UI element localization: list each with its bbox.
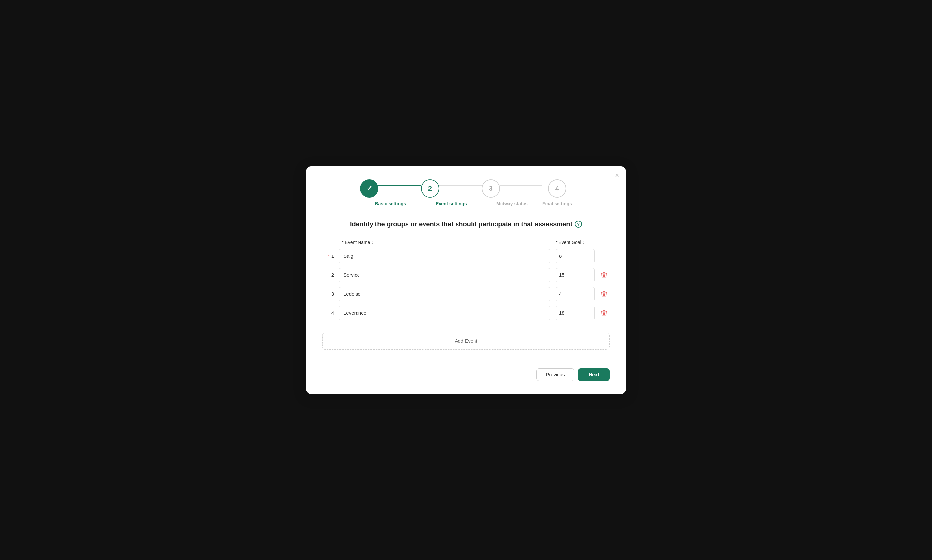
event-goal-input-1[interactable] (555, 249, 595, 263)
event-row-1: * 1 (322, 249, 610, 263)
previous-button[interactable]: Previous (536, 368, 574, 381)
section-title: Identify the groups or events that shoul… (322, 220, 610, 228)
close-button[interactable]: × (615, 172, 619, 179)
event-rows: * 1 2 (322, 249, 610, 320)
stepper: ✓ Basic settings 2 Event settings (322, 179, 610, 206)
delete-button-4[interactable] (598, 307, 610, 319)
step-4-label: Final settings (543, 201, 572, 206)
event-goal-input-2[interactable] (555, 268, 595, 282)
form-header: * Event Name： * Event Goal： (322, 240, 610, 246)
section-title-text: Identify the groups or events that shoul… (350, 220, 572, 228)
event-name-input-1[interactable] (338, 249, 550, 263)
help-icon[interactable]: ? (575, 220, 582, 228)
step-3-wrapper: 3 Midway status (482, 179, 543, 206)
step-2-label: Event settings (435, 201, 467, 206)
step-2-wrapper: 2 Event settings (421, 179, 482, 206)
event-row-3: 3 (322, 287, 610, 301)
step-4-circle: 4 (548, 179, 566, 198)
required-star-1: * (328, 253, 330, 259)
step-4-number: 4 (555, 184, 559, 193)
step-3-number: 3 (489, 184, 493, 193)
event-name-input-3[interactable] (338, 287, 550, 301)
modal-overlay: × ✓ Basic settings 2 (0, 0, 932, 560)
row-number-3: 3 (322, 291, 338, 297)
event-row-4: 4 (322, 306, 610, 320)
step-line-2 (439, 185, 482, 186)
step-4-wrapper: 4 Final settings (543, 179, 572, 206)
next-button[interactable]: Next (578, 368, 610, 381)
event-name-input-4[interactable] (338, 306, 550, 320)
event-goal-input-3[interactable] (555, 287, 595, 301)
col-goal-label: * Event Goal： (555, 240, 595, 246)
event-row-2: 2 (322, 268, 610, 282)
delete-button-2[interactable] (598, 269, 610, 281)
row-number-4: 4 (322, 310, 338, 315)
step-2-number: 2 (428, 184, 432, 193)
row-number-1: * 1 (322, 253, 338, 259)
modal-footer: Previous Next (322, 360, 610, 381)
step-3-circle: 3 (482, 179, 500, 198)
delete-button-3[interactable] (598, 288, 610, 300)
step-3-label: Midway status (497, 201, 528, 206)
step-line-3 (500, 185, 543, 186)
modal: × ✓ Basic settings 2 (306, 166, 626, 394)
event-goal-input-4[interactable] (555, 306, 595, 320)
event-name-input-2[interactable] (338, 268, 550, 282)
step-line-1 (378, 185, 421, 186)
col-name-label: * Event Name： (342, 240, 550, 246)
step-1-circle: ✓ (360, 179, 378, 198)
step-2-circle: 2 (421, 179, 439, 198)
step-1-label: Basic settings (375, 201, 406, 206)
row-number-2: 2 (322, 272, 338, 278)
add-event-button[interactable]: Add Event (322, 332, 610, 349)
checkmark-icon: ✓ (366, 184, 372, 193)
step-1-wrapper: ✓ Basic settings (360, 179, 421, 206)
